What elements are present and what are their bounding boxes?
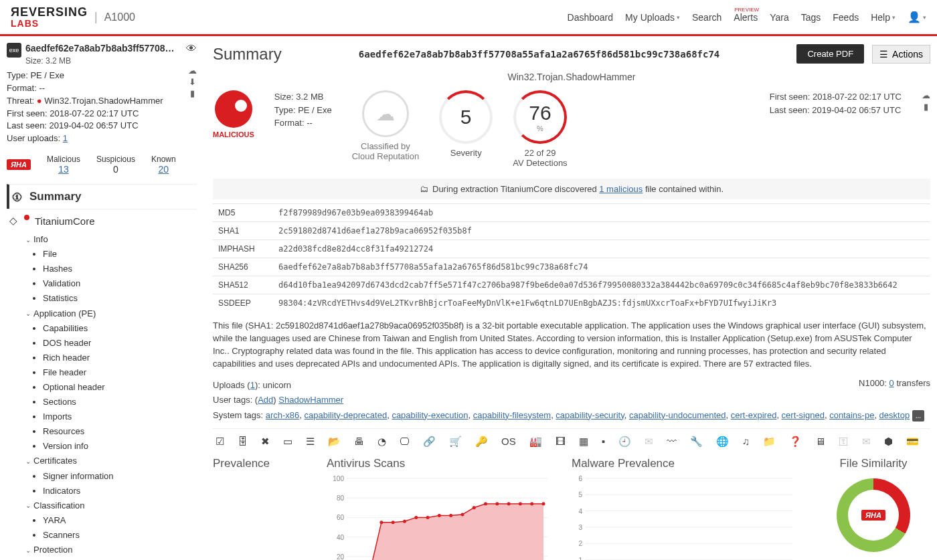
key-icon[interactable]: 🔑 — [475, 436, 488, 448]
system-tag[interactable]: capability-deprecated — [305, 410, 388, 420]
list-icon[interactable]: ☰ — [306, 436, 315, 448]
tree-application[interactable]: ⌄Application (PE) — [25, 306, 197, 321]
tree-item[interactable]: Signer information — [43, 469, 197, 484]
system-tag[interactable]: capability-undocumented — [629, 410, 726, 420]
tree-item[interactable]: File — [43, 247, 197, 262]
cloud-icon[interactable]: ☁ — [188, 66, 197, 76]
add-tag-link[interactable]: Add — [258, 395, 273, 405]
archive-icon[interactable]: 🗄 — [238, 436, 248, 448]
system-tag[interactable]: cert-expired — [731, 410, 777, 420]
nav-alerts[interactable]: PREVIEWAlerts — [734, 12, 758, 23]
brand-logo[interactable]: ЯEVERSING LABS — [11, 5, 88, 29]
cloud-icon[interactable]: ☁ — [922, 90, 930, 100]
svg-text:3: 3 — [578, 524, 582, 531]
svg-point-18 — [414, 516, 418, 519]
tree-protection[interactable]: ⌄Protection — [25, 543, 197, 557]
calendar-icon[interactable]: ▦ — [579, 436, 588, 448]
hash-ssdeep: 98304:4zVRcdYETHvs4d9VeL2TKvrBhBjcrToaFe… — [273, 294, 930, 312]
download-icon[interactable]: ⬇ — [189, 77, 196, 87]
user-menu[interactable]: 👤▾ — [908, 11, 926, 23]
tab-titaniumcore[interactable]: ◇TitaniumCore — [7, 209, 197, 232]
malicious-files-link[interactable]: 1 malicious — [599, 184, 643, 194]
folder-icon[interactable]: 📂 — [328, 436, 341, 448]
uploads-line: Uploads (1): unicorn — [213, 378, 930, 393]
nav-dashboard[interactable]: Dashboard — [568, 12, 614, 23]
file-description: This file (SHA1: 2c591802d8741d6aef1a278… — [213, 320, 930, 370]
tree-item[interactable]: Imports — [43, 409, 197, 424]
nav-tags[interactable]: Tags — [801, 12, 821, 23]
user-uploads-link[interactable]: 1 — [63, 133, 68, 143]
tree-item[interactable]: Sections — [43, 395, 197, 409]
clock-icon[interactable]: 🕘 — [618, 436, 631, 448]
nav-yara[interactable]: Yara — [770, 12, 789, 23]
more-tags-button[interactable]: ... — [912, 410, 924, 422]
chevron-down-icon: ▾ — [892, 14, 896, 21]
terminal-icon[interactable]: ▪ — [602, 436, 605, 448]
check-icon[interactable]: ☑ — [216, 436, 224, 448]
chevron-down-icon: ⌄ — [25, 500, 31, 511]
visibility-icon[interactable]: 👁 — [186, 43, 197, 55]
threat-dot-icon: ● — [37, 96, 42, 106]
count-known: Known20 — [151, 155, 176, 175]
tree-item[interactable]: Statistics — [43, 291, 197, 306]
nav-help[interactable]: Help▾ — [871, 12, 896, 23]
gauge-icon[interactable]: ◔ — [377, 436, 386, 448]
os-icon[interactable]: OS — [501, 436, 516, 448]
tree-certificates[interactable]: ⌄Certificates — [25, 454, 197, 468]
factory-icon[interactable]: 🏭 — [529, 436, 542, 448]
display-icon[interactable]: 🖵 — [400, 436, 410, 448]
user-tag[interactable]: ShadowHammer — [278, 395, 343, 405]
system-tag[interactable]: capability-security — [556, 410, 624, 420]
svg-point-26 — [507, 502, 511, 505]
svg-text:2: 2 — [578, 540, 582, 547]
tree-indicators[interactable]: Indicators — [43, 484, 197, 498]
activity-icon[interactable]: 〰 — [667, 436, 677, 448]
tree-item[interactable]: Capabilities — [43, 321, 197, 336]
device-icon[interactable]: ▮ — [190, 88, 195, 98]
card-icon[interactable]: 💳 — [906, 436, 919, 448]
tree-info[interactable]: ⌄Info — [25, 232, 197, 247]
svg-point-23 — [473, 506, 476, 509]
help-icon[interactable]: ❓ — [789, 436, 802, 448]
actions-button[interactable]: ☰Actions — [872, 45, 930, 64]
hash-sha512: d64d10fba1ea942097d6743dcd2cab7ff5e571f4… — [273, 276, 930, 294]
tree-item[interactable]: Rich header — [43, 351, 197, 365]
shield-icon[interactable]: ⬢ — [884, 436, 893, 448]
file-meta: Type: PE / Exe Format: -- Threat: ● Win3… — [7, 70, 163, 145]
tree-item[interactable]: Resources — [43, 424, 197, 439]
tree-item[interactable]: Version info — [43, 439, 197, 454]
system-tag[interactable]: contains-pe — [829, 410, 874, 420]
tree-classification[interactable]: ⌄Classification — [25, 498, 197, 513]
tree-item[interactable]: DOS header — [43, 336, 197, 351]
system-tag[interactable]: arch-x86 — [266, 410, 300, 420]
system-tag[interactable]: desktop — [879, 410, 910, 420]
window-icon[interactable]: ▭ — [283, 436, 292, 448]
tree-item[interactable]: Features — [43, 557, 197, 560]
monitor-icon[interactable]: 🖥 — [815, 436, 825, 448]
system-tag[interactable]: capability-filesystem — [473, 410, 551, 420]
device-icon[interactable]: ▮ — [924, 102, 928, 112]
svg-text:6: 6 — [578, 475, 582, 482]
tree-item[interactable]: Scanners — [43, 528, 197, 543]
svg-text:20: 20 — [337, 553, 345, 560]
film-icon[interactable]: 🎞 — [556, 436, 566, 448]
tab-summary[interactable]: 🛈Summary — [7, 184, 197, 209]
tree-item[interactable]: File header — [43, 365, 197, 380]
system-tag[interactable]: cert-signed — [782, 410, 825, 420]
tree-item[interactable]: Validation — [43, 276, 197, 291]
printer-icon[interactable]: 🖶 — [354, 436, 364, 448]
nav-feeds[interactable]: Feeds — [833, 12, 859, 23]
wrench-icon[interactable]: 🔧 — [690, 436, 703, 448]
system-tag[interactable]: capability-execution — [392, 410, 468, 420]
music-icon[interactable]: ♫ — [742, 436, 750, 448]
tree-item[interactable]: YARA — [43, 513, 197, 528]
svg-text:5: 5 — [578, 491, 582, 498]
separator: | — [94, 10, 98, 24]
tree-item[interactable]: Optional header — [43, 380, 197, 395]
open-folder-icon[interactable]: 📁 — [763, 436, 776, 448]
nav-my-uploads[interactable]: My Uploads▾ — [625, 12, 680, 23]
tree-item[interactable]: Hashes — [43, 262, 197, 276]
create-pdf-button[interactable]: Create PDF — [796, 44, 864, 64]
shuffle-icon[interactable]: ✖ — [261, 436, 270, 448]
nav-search[interactable]: Search — [692, 12, 721, 23]
